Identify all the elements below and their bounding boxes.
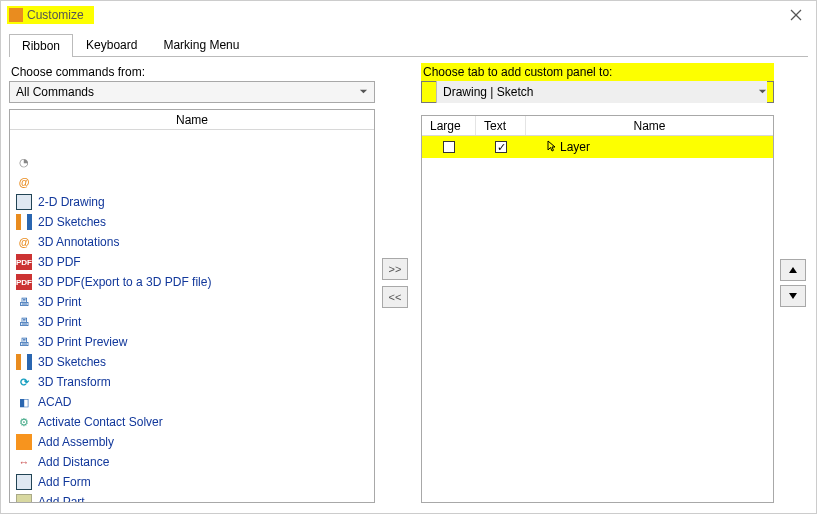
sketches-icon [16, 214, 32, 230]
command-item[interactable]: Add Form [16, 472, 374, 492]
transfer-buttons: >> << [375, 63, 415, 503]
left-pane: Choose commands from: All Commands Name … [9, 63, 375, 503]
command-item-label: 3D Sketches [38, 355, 106, 369]
tab-ribbon[interactable]: Ribbon [9, 34, 73, 57]
command-item[interactable]: @3D Annotations [16, 232, 374, 252]
command-item[interactable]: 2-D Drawing [16, 192, 374, 212]
move-up-button[interactable] [780, 259, 806, 281]
command-item[interactable]: ⟳3D Transform [16, 372, 374, 392]
panel-list-header: Large Text Name [422, 116, 773, 136]
command-item-label: 3D PDF [38, 255, 81, 269]
reorder-buttons [778, 63, 808, 503]
chevron-down-icon [758, 85, 767, 99]
choose-commands-label: Choose commands from: [11, 65, 375, 79]
tabstrip: Ribbon Keyboard Marking Menu [9, 33, 808, 57]
window-title: Customize [27, 8, 84, 22]
add-button[interactable]: >> [382, 258, 408, 280]
command-item[interactable]: Add Part [16, 492, 374, 502]
print-icon: 🖶 [16, 314, 32, 330]
command-item-label: 3D Print Preview [38, 335, 127, 349]
print-icon: 🖶 [16, 294, 32, 310]
transform-icon: ⟳ [16, 374, 32, 390]
command-item[interactable]: 🖶3D Print [16, 292, 374, 312]
tab-marking[interactable]: Marking Menu [150, 33, 252, 56]
titlebar: Customize [1, 1, 816, 29]
panel-row[interactable]: Layer [422, 136, 773, 158]
gear-icon: ⚙ [16, 414, 32, 430]
part-icon [16, 494, 32, 502]
commands-list[interactable]: Name ◔@2-D Drawing2D Sketches@3D Annotat… [9, 109, 375, 503]
command-item-label: Add Assembly [38, 435, 114, 449]
command-item[interactable]: 2D Sketches [16, 212, 374, 232]
clock-icon: ◔ [16, 154, 32, 170]
command-item-label: 2-D Drawing [38, 195, 105, 209]
sketches-icon [16, 354, 32, 370]
command-item-label: Add Distance [38, 455, 109, 469]
chevron-down-icon [359, 85, 368, 99]
command-item-label: ACAD [38, 395, 71, 409]
command-item[interactable]: ↔Add Distance [16, 452, 374, 472]
panel-row-name: Layer [560, 140, 590, 154]
command-item-label: 2D Sketches [38, 215, 106, 229]
close-icon [790, 9, 802, 21]
customize-dialog: Customize Ribbon Keyboard Marking Menu C… [0, 0, 817, 514]
command-item[interactable]: ◔ [16, 152, 374, 172]
command-item-label: 3D Print [38, 295, 81, 309]
acad-icon: ◧ [16, 394, 32, 410]
command-item-label: Add Form [38, 475, 91, 489]
command-item-label: Add Part [38, 495, 85, 502]
assembly-icon [16, 434, 32, 450]
cursor-icon [546, 140, 558, 155]
command-item-label: 3D PDF(Export to a 3D PDF file) [38, 275, 211, 289]
command-item[interactable]: PDF3D PDF [16, 252, 374, 272]
command-item[interactable]: 🖶3D Print [16, 312, 374, 332]
command-item[interactable]: @ [16, 172, 374, 192]
col-large: Large [422, 116, 476, 135]
at-icon: @ [16, 234, 32, 250]
choose-tab-label: Choose tab to add custom panel to: [421, 63, 774, 81]
tab-combo[interactable]: Drawing | Sketch [421, 81, 774, 103]
print-icon: 🖶 [16, 334, 32, 350]
triangle-down-icon [788, 291, 798, 301]
move-down-button[interactable] [780, 285, 806, 307]
remove-button[interactable]: << [382, 286, 408, 308]
col-text: Text [476, 116, 526, 135]
text-checkbox[interactable] [495, 141, 507, 153]
commands-combo-value: All Commands [16, 85, 94, 99]
command-item-label: 3D Transform [38, 375, 111, 389]
command-item-label: Activate Contact Solver [38, 415, 163, 429]
app-icon [9, 8, 23, 22]
command-item[interactable]: Add Assembly [16, 432, 374, 452]
distance-icon: ↔ [16, 454, 32, 470]
command-item[interactable]: PDF3D PDF(Export to a 3D PDF file) [16, 272, 374, 292]
command-item[interactable]: ⚙Activate Contact Solver [16, 412, 374, 432]
triangle-up-icon [788, 265, 798, 275]
command-item[interactable]: 🖶3D Print Preview [16, 332, 374, 352]
command-item[interactable] [16, 132, 374, 152]
close-button[interactable] [786, 5, 806, 25]
commands-combo[interactable]: All Commands [9, 81, 375, 103]
command-item-label: 3D Print [38, 315, 81, 329]
pdf-icon: PDF [16, 254, 32, 270]
drawing-icon [16, 194, 32, 210]
command-item[interactable]: ◧ACAD [16, 392, 374, 412]
large-checkbox[interactable] [443, 141, 455, 153]
right-pane: Choose tab to add custom panel to: Drawi… [421, 63, 774, 503]
commands-column-header: Name [10, 110, 374, 130]
panel-list[interactable]: Large Text Name Layer [421, 115, 774, 503]
at-icon: @ [16, 174, 32, 190]
pdf-icon: PDF [16, 274, 32, 290]
command-item[interactable]: 3D Sketches [16, 352, 374, 372]
col-name: Name [526, 116, 773, 135]
tab-keyboard[interactable]: Keyboard [73, 33, 150, 56]
tab-combo-value: Drawing | Sketch [443, 85, 534, 99]
command-item-label: 3D Annotations [38, 235, 119, 249]
form-icon [16, 474, 32, 490]
